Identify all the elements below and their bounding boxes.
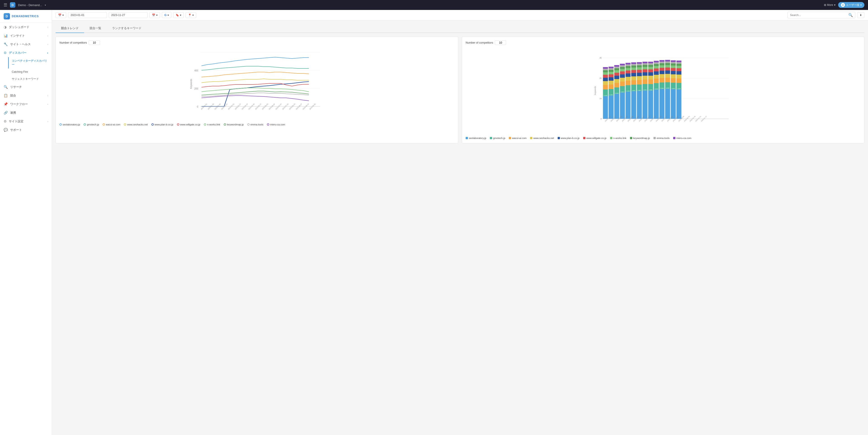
svg-rect-183 — [677, 68, 682, 71]
date-to-input[interactable]: 2023-11-27 — [109, 12, 148, 18]
svg-rect-42 — [603, 70, 608, 72]
tab-competitive-list[interactable]: 競合一覧 — [84, 24, 107, 33]
line-chart-legend: seolaboratory.jp gmotech.jp wacul-ai.com — [59, 123, 454, 126]
more-button[interactable]: ⊞ More ▾ — [824, 3, 835, 6]
svg-rect-176 — [671, 60, 676, 62]
tab-competitive-trend[interactable]: 競合トレンド — [56, 24, 84, 33]
svg-rect-126 — [648, 76, 653, 80]
svg-text:2,824: 2,824 — [621, 91, 624, 93]
svg-text:2,964: 2,964 — [677, 88, 681, 90]
legend-seohacks: www.seohacks.net — [124, 123, 148, 126]
sidebar-sub-competitor-discovery[interactable]: コンペティターディスカバリー — [8, 57, 52, 68]
svg-rect-85 — [626, 68, 631, 70]
bookmark-chevron: ▾ — [180, 13, 181, 17]
svg-rect-119 — [643, 65, 648, 67]
sidebar-item-support[interactable]: 💬 サポート — [0, 126, 52, 134]
svg-rect-107 — [637, 67, 642, 70]
svg-rect-101 — [637, 91, 642, 119]
sidebar-item-competition[interactable]: 📋 競合 › — [0, 91, 52, 100]
sidebar-item-discover[interactable]: ⚙ ディスカバー ▾ — [0, 49, 52, 57]
sidebar-item-insight[interactable]: 📊 インサイト › — [0, 31, 52, 40]
more-label: More — [827, 3, 833, 6]
bookmark-button[interactable]: 🔖 ▾ — [173, 12, 184, 18]
svg-rect-128 — [648, 69, 653, 72]
bar-legend-label-planb: www.plan-b.co.jp — [561, 137, 580, 139]
svg-rect-174 — [671, 63, 676, 65]
google-button[interactable]: G ▾ — [162, 12, 171, 18]
svg-rect-44 — [603, 67, 608, 69]
svg-text:2,936: 2,936 — [626, 90, 630, 92]
svg-rect-112 — [643, 91, 648, 119]
svg-rect-48 — [609, 85, 614, 89]
svg-text:2k: 2k — [599, 77, 602, 79]
svg-rect-139 — [654, 68, 659, 71]
svg-rect-94 — [631, 73, 636, 76]
svg-text:2023-09-30: 2023-09-30 — [309, 103, 316, 110]
line-chart-svg-container: 0 200 400 Keywords — [59, 48, 454, 121]
bar-legend-label-wacul: wacul-ai.com — [512, 137, 526, 139]
sidebar-item-dashboard[interactable]: ◑ ダッシュボード › — [0, 23, 52, 31]
bar-legend-label-keywordmap: keywordmap.jp — [633, 137, 650, 139]
search-input[interactable] — [790, 13, 847, 17]
legend-planb: www.plan-b.co.jp — [151, 123, 174, 126]
svg-rect-148 — [659, 74, 664, 78]
svg-rect-172 — [671, 68, 676, 71]
svg-rect-109 — [637, 64, 642, 65]
sidebar-item-workflow[interactable]: 📌 ワークフロー › — [0, 100, 52, 108]
svg-text:2023-11-17: 2023-11-17 — [701, 116, 707, 122]
app-title-chevron[interactable]: ▾ — [45, 4, 46, 6]
discover-chevron: ▾ — [47, 52, 48, 54]
sidebar-sub-suggest-keyword[interactable]: サジェストキーワード — [8, 75, 52, 83]
sidebar-item-settings[interactable]: ⚙ サイト設定 › — [0, 117, 52, 126]
legend-dot-nworks — [204, 123, 206, 126]
date-from-input[interactable]: 2023-01-01 — [68, 12, 107, 18]
legend-keywordmap: keywordmap.jp — [224, 123, 244, 126]
svg-text:2,454: 2,454 — [610, 94, 613, 96]
workflow-icon: 📌 — [4, 102, 8, 106]
line-chart-panel: Number of competitors 0 — [56, 37, 458, 143]
svg-rect-81 — [626, 81, 631, 85]
bar-legend-seolaboratory: seolaboratory.jp — [466, 137, 486, 139]
svg-rect-143 — [654, 61, 659, 62]
bar-chart-title: Number of competitors — [466, 41, 493, 44]
calendar-button[interactable]: 📅 ▾ — [56, 12, 66, 18]
line-chart-competitors-input[interactable] — [89, 40, 100, 45]
svg-rect-175 — [671, 62, 676, 63]
tab-ranking-keywords[interactable]: ランクするキーワード — [107, 24, 147, 33]
sidebar-item-research[interactable]: 🔍 リサーチ — [0, 83, 52, 91]
legend-label-planb: www.plan-b.co.jp — [155, 123, 174, 126]
sidebar-sub-catching-fire[interactable]: Catching Fire — [8, 68, 52, 75]
user-chevron: ▾ — [860, 3, 862, 6]
sidebar-item-integration[interactable]: 🔗 連携 — [0, 108, 52, 117]
svg-text:200: 200 — [194, 88, 198, 90]
app-title[interactable]: Demo - Demand... — [18, 3, 42, 7]
svg-rect-141 — [654, 64, 659, 66]
svg-text:2,996: 2,996 — [649, 89, 653, 91]
location-button[interactable]: 📍 ▾ — [186, 12, 196, 18]
download-button[interactable]: ⬇ — [857, 12, 864, 18]
svg-rect-180 — [677, 79, 682, 83]
bar-legend-label-seohacks: www.seohacks.net — [533, 137, 554, 139]
svg-rect-132 — [648, 62, 653, 63]
search-icon[interactable]: 🔍 — [848, 13, 853, 17]
svg-rect-110 — [637, 62, 642, 64]
legend-gmotech: gmotech.jp — [84, 123, 99, 126]
sidebar-item-sitehealth[interactable]: 🔧 サイト・ヘルス › — [0, 40, 52, 49]
svg-rect-147 — [659, 78, 664, 83]
legend-dot-wacul — [103, 123, 105, 126]
location-chevron: ▾ — [192, 13, 194, 17]
svg-rect-142 — [654, 62, 659, 64]
more-grid-icon: ⊞ — [824, 3, 826, 6]
bar-chart-competitors-input[interactable] — [495, 40, 506, 45]
topbar-left: ☰ D Demo - Demand... ▾ — [4, 2, 46, 8]
legend-dot-emma — [247, 123, 250, 126]
bar-legend-gmotech: gmotech.jp — [490, 137, 505, 139]
svg-rect-138 — [654, 71, 659, 75]
hamburger-icon[interactable]: ☰ — [4, 2, 7, 7]
legend-label-seohacks: www.seohacks.net — [127, 123, 148, 126]
user-button[interactable]: U ユーザー様 ▾ — [838, 2, 864, 8]
calendar2-button[interactable]: 📅 ▾ — [149, 12, 160, 18]
svg-rect-35 — [603, 96, 608, 119]
svg-rect-40 — [603, 75, 608, 78]
svg-rect-134 — [654, 90, 659, 119]
